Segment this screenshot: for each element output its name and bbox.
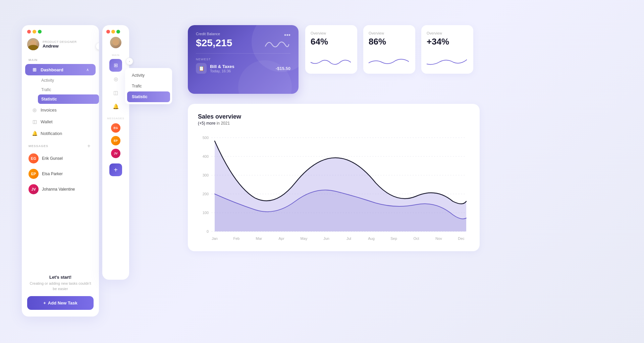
overview-value-3: +34% <box>427 37 468 47</box>
close-dot[interactable] <box>27 30 31 33</box>
add-message-button[interactable]: + <box>86 143 92 149</box>
dropdown-item-trafic[interactable]: Trafic <box>127 81 170 91</box>
add-new-task-button[interactable]: + Add New Task <box>27 296 94 310</box>
sidebar-item-trafic[interactable]: Trafic <box>38 85 99 94</box>
card-balance-label: Credit Balance <box>196 32 232 36</box>
svg-text:Sep: Sep <box>390 236 397 241</box>
card-balance-value: $25,215 <box>196 37 232 49</box>
overview-value-1: 64% <box>311 37 352 47</box>
minimize-dot[interactable] <box>33 30 36 33</box>
collapse-button-2[interactable]: › <box>126 58 133 65</box>
user-section: Product Designer Andrew ‹ <box>22 37 99 56</box>
window-controls <box>22 25 99 37</box>
svg-text:Mar: Mar <box>256 236 262 241</box>
sidebar2-item-wallet[interactable]: ◫ <box>109 86 122 99</box>
sidebar2-item-invoices[interactable]: ◎ <box>109 73 122 85</box>
card-trans-info: 📋 Bill & Taxes Today, 16:36 <box>196 63 234 74</box>
card-trans-name: Bill & Taxes <box>210 64 234 69</box>
avatar <box>27 38 39 50</box>
list-item[interactable]: JV Johanna Valentine <box>22 182 99 197</box>
user-role: Product Designer <box>43 40 94 44</box>
card-trans-amount: -$15.50 <box>276 66 290 71</box>
plus-icon: + <box>43 300 46 305</box>
dropdown-item-statistic[interactable]: Statistic <box>127 91 170 102</box>
card-divider <box>196 53 290 54</box>
sidebar-item-invoices[interactable]: ◎ Invoices <box>25 104 96 116</box>
sidebar2-add-button[interactable]: + <box>109 163 122 176</box>
overview-chart-1 <box>311 56 352 68</box>
lets-start-desc: Creating or adding new tasks couldn't be… <box>27 281 94 291</box>
svg-text:Feb: Feb <box>233 236 240 241</box>
maximize-dot[interactable] <box>38 30 42 33</box>
svg-text:200: 200 <box>203 192 209 196</box>
sidebar-item-notification[interactable]: 🔔 Notification <box>25 128 96 139</box>
svg-text:300: 300 <box>203 173 209 177</box>
message-contact-name: Erik Gunsel <box>42 156 63 161</box>
window-controls-2 <box>102 25 129 37</box>
bottom-section: Let's start! Creating or adding new task… <box>22 275 99 310</box>
sidebar-item-label: Notification <box>41 131 62 136</box>
sidebar2-item-dashboard[interactable]: ⊞ <box>109 59 122 72</box>
user-info: Product Designer Andrew <box>43 40 94 49</box>
s2-msg-avatar-3[interactable]: JV <box>111 149 120 158</box>
s2-msg-avatar-2[interactable]: EP <box>111 136 120 145</box>
overview-chart-3 <box>427 56 468 68</box>
card-balance-section: Credit Balance $25,215 <box>196 32 232 49</box>
sidebar-item-label: Dashboard <box>41 67 63 72</box>
svg-text:0: 0 <box>207 229 209 233</box>
message-contact-name: Elsa Parker <box>42 172 63 176</box>
svg-text:100: 100 <box>203 211 209 215</box>
sidebar-item-activity[interactable]: Activity <box>38 76 99 85</box>
close-dot-2[interactable] <box>106 30 110 33</box>
dashboard-subnav: Activity Trafic Statistic <box>22 76 99 104</box>
overview-label-1: Overview <box>311 31 352 35</box>
main-section-label: MAIN <box>22 56 99 64</box>
sidebar-item-label: Wallet <box>41 119 53 124</box>
svg-text:500: 500 <box>203 136 209 140</box>
card-wave-icon <box>264 38 290 53</box>
sidebar-item-label: Invoices <box>41 108 57 113</box>
sales-chart-header: Sales overview (+5) more in 2021 <box>198 113 470 126</box>
user-name: Andrew <box>43 44 94 49</box>
maximize-dot-2[interactable] <box>116 30 120 33</box>
minimize-dot-2[interactable] <box>111 30 115 33</box>
s2-msg-avatar-1[interactable]: EG <box>111 123 120 133</box>
sidebar2-avatar-section: › <box>102 37 129 48</box>
svg-text:Nov: Nov <box>435 236 442 241</box>
notification-icon: 🔔 <box>32 131 37 136</box>
svg-text:Aug: Aug <box>368 236 375 241</box>
sidebar-item-statistic[interactable]: Statistic <box>38 94 99 104</box>
sales-subtitle-rest: in 2021 <box>217 121 230 126</box>
sidebar-2: › MAIN ⊞ Activity Trafic Statistic ◎ ◫ 🔔… <box>102 25 129 280</box>
invoices-icon: ◎ <box>32 107 37 113</box>
overview-card-1: Overview 64% <box>305 25 357 74</box>
sidebar-item-wallet[interactable]: ◫ Wallet <box>25 116 96 127</box>
sidebar-item-dashboard[interactable]: ⊞ Dashboard ∧ <box>25 64 96 75</box>
list-item[interactable]: EP Elsa Parker <box>22 166 99 182</box>
card-trans-details: Bill & Taxes Today, 16:36 <box>210 64 234 73</box>
overview-card-2: Overview 86% <box>363 25 415 74</box>
svg-text:Jul: Jul <box>346 236 351 241</box>
card-trans-date: Today, 16:36 <box>210 69 234 73</box>
sales-chart-subtitle: (+5) more in 2021 <box>198 121 470 126</box>
dropdown-item-activity[interactable]: Activity <box>127 70 170 81</box>
sidebar2-item-notification[interactable]: 🔔 <box>109 100 122 113</box>
avatar-compact <box>110 37 121 48</box>
message-contact-name: Johanna Valentine <box>42 187 75 192</box>
overview-label-3: Overview <box>427 31 468 35</box>
dropdown-popup: Activity Trafic Statistic <box>125 68 172 104</box>
avatar: EG <box>29 153 39 163</box>
credit-card: Credit Balance $25,215 ••• NEWEST 📋 Bill… <box>188 25 299 94</box>
sales-chart-title: Sales overview <box>198 113 470 120</box>
sales-chart-container: Sales overview (+5) more in 2021 500 400… <box>188 104 480 251</box>
overview-cards: Overview 64% Overview 86% Overview +34% <box>305 25 473 74</box>
sales-subtitle-highlight: (+5) more <box>198 121 215 126</box>
lets-start-title: Let's start! <box>27 275 94 280</box>
card-transaction: 📋 Bill & Taxes Today, 16:36 -$15.50 <box>196 63 290 74</box>
s2-messages-label: MESSAGES <box>102 116 129 121</box>
collapse-button[interactable]: ‹ <box>96 43 99 50</box>
sidebar-1: Product Designer Andrew ‹ MAIN ⊞ Dashboa… <box>22 25 99 317</box>
list-item[interactable]: EG Erik Gunsel <box>22 151 99 166</box>
chart-area: 500 400 300 200 100 0 Jan Feb Mar Apr Ma… <box>198 131 470 245</box>
wallet-icon: ◫ <box>32 119 37 124</box>
